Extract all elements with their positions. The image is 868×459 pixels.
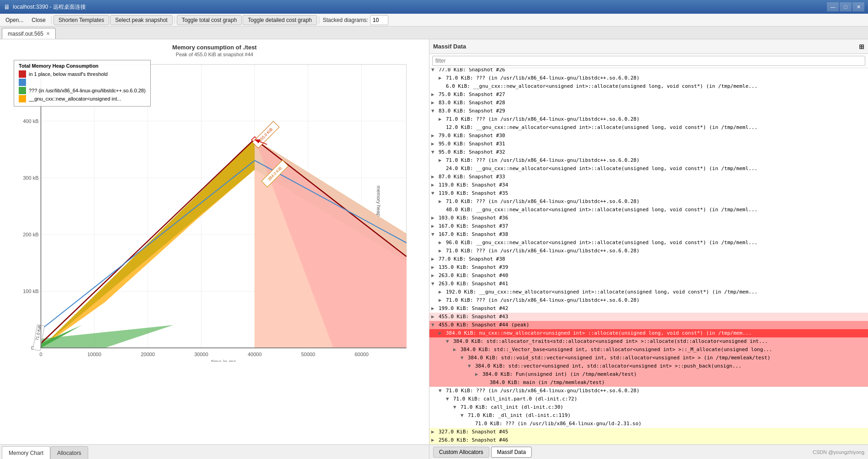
tab-allocators[interactable]: Allocators <box>50 446 88 459</box>
tree-item[interactable]: 12.0 KiB: __gnu_cxx::new_allocator<unsig… <box>429 123 868 132</box>
tree-item[interactable]: ▼384.0 KiB: std::vector<unsigned int, st… <box>429 362 868 370</box>
tree-item[interactable]: 384.0 KiB: main (in /tmp/memleak/test) <box>429 379 868 387</box>
tab-massif-565[interactable]: massif.out.565 ✕ <box>2 28 56 39</box>
tree-expand-icon[interactable]: ▼ <box>446 338 451 345</box>
tree-expand-icon[interactable]: ▼ <box>431 68 437 74</box>
tree-item[interactable]: ▶83.0 KiB: Snapshot #28 <box>429 99 868 107</box>
tree-expand-icon[interactable]: ▶ <box>439 116 444 123</box>
tree-item[interactable]: ▶75.0 KiB: Snapshot #27 <box>429 91 868 99</box>
tree-expand-icon[interactable]: ▼ <box>453 404 459 411</box>
tree-expand-icon[interactable]: ▶ <box>439 157 444 164</box>
tree-expand-icon[interactable]: ▶ <box>439 330 444 337</box>
tree-expand-icon[interactable]: ▶ <box>431 181 437 189</box>
tree-item[interactable]: ▶192.0 KiB: __gnu_cxx::new_allocator<uns… <box>429 288 868 296</box>
tree-expand-icon[interactable]: ▶ <box>439 247 444 255</box>
tree-item[interactable]: ▼71.0 KiB: call_init (dl-init.c:30) <box>429 403 868 411</box>
tree-expand-icon[interactable]: ▶ <box>431 305 437 312</box>
select-peak-button[interactable]: Select peak snapshot <box>110 15 173 25</box>
tree-item[interactable]: ▶103.0 KiB: Snapshot #36 <box>429 214 868 222</box>
tree-item[interactable]: 24.0 KiB: __gnu_cxx::new_allocator<unsig… <box>429 165 868 173</box>
tree-expand-icon[interactable]: ▶ <box>439 297 444 304</box>
tree-item[interactable]: 48.0 KiB: __gnu_cxx::new_allocator<unsig… <box>429 206 868 214</box>
tree-item[interactable]: ▶71.0 KiB: ??? (in /usr/lib/x86_64-linux… <box>429 197 868 206</box>
tree-expand-icon[interactable]: ▶ <box>439 198 444 205</box>
tree-item[interactable]: ▼455.0 KiB: Snapshot #44 (peak) <box>429 321 868 329</box>
tree-item[interactable]: ▶384.0 KiB: Fun(unsigned int) (in /tmp/m… <box>429 370 868 379</box>
tree-expand-icon[interactable]: ▼ <box>431 231 437 238</box>
maximize-button[interactable]: □ <box>840 2 852 11</box>
tree-item[interactable]: ▶119.0 KiB: Snapshot #34 <box>429 181 868 189</box>
header-expand-icon[interactable]: ⊞ <box>859 43 864 50</box>
menu-close[interactable]: Close <box>28 16 49 25</box>
tree-item[interactable]: ▶384.0 KiB: nu_cxx::new_allocator<unsign… <box>429 329 868 337</box>
tree-item[interactable]: ▼167.0 KiB: Snapshot #38 <box>429 230 868 239</box>
tree-expand-icon[interactable]: ▶ <box>431 223 437 230</box>
tree-item[interactable]: ▶71.0 KiB: ??? (in /usr/lib/x86_64-linux… <box>429 296 868 304</box>
tree-expand-icon[interactable]: ▶ <box>431 428 437 436</box>
tree-item[interactable]: ▶77.0 KiB: Snapshot #38 <box>429 255 868 263</box>
tree-expand-icon[interactable]: ▶ <box>431 256 437 263</box>
tab-memory-chart[interactable]: Memory Chart <box>2 446 50 459</box>
tree-item[interactable]: ▶87.0 KiB: Snapshot #33 <box>429 173 868 181</box>
tree-expand-icon[interactable]: ▼ <box>431 321 437 329</box>
stacked-input[interactable] <box>370 15 388 25</box>
tree-item[interactable]: ▶79.0 KiB: Snapshot #30 <box>429 132 868 140</box>
tree-expand-icon[interactable]: ▶ <box>431 437 437 444</box>
tree-item[interactable]: ▼83.0 KiB: Snapshot #29 <box>429 107 868 115</box>
minimize-button[interactable]: — <box>827 2 839 11</box>
tree-expand-icon[interactable]: ▼ <box>431 280 437 288</box>
tree-expand-icon[interactable]: ▼ <box>446 395 451 403</box>
tree-expand-icon[interactable]: ▼ <box>431 149 437 156</box>
tree-item[interactable]: ▶256.0 KiB: Snapshot #46 <box>429 436 868 444</box>
tree-expand-icon[interactable]: ▼ <box>431 107 437 115</box>
filter-input[interactable] <box>432 56 865 66</box>
tree-item[interactable]: ▶167.0 KiB: Snapshot #37 <box>429 222 868 230</box>
tree-expand-icon[interactable]: ▶ <box>431 91 437 98</box>
toggle-detailed-button[interactable]: Toggle detailed cost graph <box>243 15 317 25</box>
tree-expand-icon[interactable]: ▼ <box>431 190 437 197</box>
massif-tree[interactable]: ▶71.3 KiB: Snapshot #15▶71.8 KiB: Snapsh… <box>429 68 868 444</box>
tree-expand-icon[interactable]: ▶ <box>431 214 437 222</box>
tree-item[interactable]: ▶71.0 KiB: ??? (in /usr/lib/x86_64-linux… <box>429 74 868 82</box>
tree-expand-icon[interactable]: ▼ <box>460 354 466 362</box>
tree-item[interactable]: ▼384.0 KiB: std::allocator_traits<std::a… <box>429 337 868 346</box>
tree-item[interactable]: ▶71.0 KiB: ??? (in /usr/lib/x86_64-linux… <box>429 115 868 123</box>
tree-expand-icon[interactable]: ▶ <box>431 264 437 271</box>
tree-item[interactable]: ▶95.0 KiB: Snapshot #31 <box>429 140 868 148</box>
tree-item[interactable]: 6.0 KiB: __gnu_cxx::new_allocator<unsign… <box>429 82 868 91</box>
tree-item[interactable]: 71.0 KiB: ??? (in /usr/lib/x86_64-linux-… <box>429 420 868 428</box>
tree-expand-icon[interactable]: ▶ <box>453 346 459 353</box>
tree-item[interactable]: ▶71.0 KiB: ??? (in /usr/lib/x86_64-linux… <box>429 247 868 255</box>
tree-expand-icon[interactable]: ▶ <box>431 140 437 148</box>
tree-item[interactable]: ▶96.0 KiB: __gnu_cxx::new_allocator<unsi… <box>429 239 868 247</box>
shorten-templates-button[interactable]: Shorten Templates <box>53 15 109 25</box>
tree-item[interactable]: ▼95.0 KiB: Snapshot #32 <box>429 148 868 156</box>
tree-item[interactable]: ▶199.0 KiB: Snapshot #42 <box>429 304 868 313</box>
tree-item[interactable]: ▶384.0 KiB: std::_Vector_base<unsigned i… <box>429 346 868 354</box>
tab-close-icon[interactable]: ✕ <box>46 31 50 36</box>
tree-expand-icon[interactable]: ▼ <box>468 363 473 370</box>
tree-expand-icon[interactable]: ▼ <box>460 412 466 419</box>
custom-allocators-tab[interactable]: Custom Allocators <box>433 447 489 458</box>
tree-expand-icon[interactable]: ▶ <box>431 272 437 279</box>
massif-data-tab[interactable]: Massif Data <box>491 447 532 458</box>
tree-item[interactable]: ▼263.0 KiB: Snapshot #41 <box>429 280 868 288</box>
tree-expand-icon[interactable]: ▶ <box>431 132 437 139</box>
menu-open[interactable]: Open... <box>2 16 27 25</box>
tree-item[interactable]: ▶263.0 KiB: Snapshot #40 <box>429 272 868 280</box>
tree-item[interactable]: ▼71.0 KiB: _dl_init (dl-init.c:119) <box>429 411 868 420</box>
tree-item[interactable]: ▼71.0 KiB: call_init.part.0 (dl-init.c:7… <box>429 395 868 403</box>
tree-item[interactable]: ▼384.0 KiB: std::void_std::vector<unsign… <box>429 354 868 362</box>
tree-expand-icon[interactable]: ▶ <box>439 239 444 246</box>
tree-item[interactable]: ▼71.0 KiB: ??? (in /usr/lib/x86_64-linux… <box>429 387 868 395</box>
tree-item[interactable]: ▶135.0 KiB: Snapshot #39 <box>429 263 868 272</box>
tree-expand-icon[interactable]: ▶ <box>431 173 437 181</box>
tree-item[interactable]: ▼119.0 KiB: Snapshot #35 <box>429 189 868 197</box>
toggle-total-button[interactable]: Toggle total cost graph <box>177 15 242 25</box>
tree-item[interactable]: ▶71.0 KiB: ??? (in /usr/lib/x86_64-linux… <box>429 156 868 165</box>
tree-expand-icon[interactable]: ▶ <box>439 288 444 296</box>
tree-expand-icon[interactable]: ▶ <box>475 371 481 378</box>
tree-expand-icon[interactable]: ▼ <box>439 387 444 395</box>
tree-item[interactable]: ▼77.0 KiB: Snapshot #26 <box>429 68 868 74</box>
close-window-button[interactable]: ✕ <box>852 2 864 11</box>
